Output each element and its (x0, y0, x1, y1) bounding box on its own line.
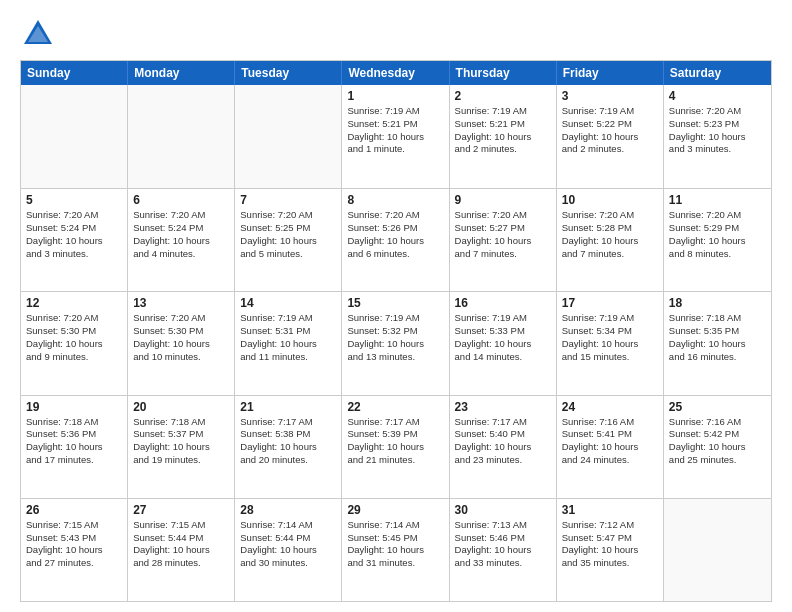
day-info-28: Sunrise: 7:14 AMSunset: 5:44 PMDaylight:… (240, 519, 336, 570)
day-info-8: Sunrise: 7:20 AMSunset: 5:26 PMDaylight:… (347, 209, 443, 260)
day-info-21: Sunrise: 7:17 AMSunset: 5:38 PMDaylight:… (240, 416, 336, 467)
day-info-23: Sunrise: 7:17 AMSunset: 5:40 PMDaylight:… (455, 416, 551, 467)
day-info-1: Sunrise: 7:19 AMSunset: 5:21 PMDaylight:… (347, 105, 443, 156)
day-cell-26: 26Sunrise: 7:15 AMSunset: 5:43 PMDayligh… (21, 499, 128, 601)
day-number-17: 17 (562, 296, 658, 310)
header-day-sunday: Sunday (21, 61, 128, 85)
day-number-10: 10 (562, 193, 658, 207)
header-day-monday: Monday (128, 61, 235, 85)
empty-cell-0-1 (128, 85, 235, 188)
day-info-26: Sunrise: 7:15 AMSunset: 5:43 PMDaylight:… (26, 519, 122, 570)
day-info-11: Sunrise: 7:20 AMSunset: 5:29 PMDaylight:… (669, 209, 766, 260)
day-cell-10: 10Sunrise: 7:20 AMSunset: 5:28 PMDayligh… (557, 189, 664, 291)
day-info-16: Sunrise: 7:19 AMSunset: 5:33 PMDaylight:… (455, 312, 551, 363)
calendar-body: 1Sunrise: 7:19 AMSunset: 5:21 PMDaylight… (21, 85, 771, 601)
calendar-header: SundayMondayTuesdayWednesdayThursdayFrid… (21, 61, 771, 85)
day-info-9: Sunrise: 7:20 AMSunset: 5:27 PMDaylight:… (455, 209, 551, 260)
day-cell-22: 22Sunrise: 7:17 AMSunset: 5:39 PMDayligh… (342, 396, 449, 498)
day-cell-15: 15Sunrise: 7:19 AMSunset: 5:32 PMDayligh… (342, 292, 449, 394)
day-number-8: 8 (347, 193, 443, 207)
day-number-16: 16 (455, 296, 551, 310)
day-number-11: 11 (669, 193, 766, 207)
day-number-6: 6 (133, 193, 229, 207)
day-number-24: 24 (562, 400, 658, 414)
day-cell-4: 4Sunrise: 7:20 AMSunset: 5:23 PMDaylight… (664, 85, 771, 188)
day-number-14: 14 (240, 296, 336, 310)
day-cell-12: 12Sunrise: 7:20 AMSunset: 5:30 PMDayligh… (21, 292, 128, 394)
day-number-27: 27 (133, 503, 229, 517)
day-number-21: 21 (240, 400, 336, 414)
week-row-5: 26Sunrise: 7:15 AMSunset: 5:43 PMDayligh… (21, 498, 771, 601)
day-cell-2: 2Sunrise: 7:19 AMSunset: 5:21 PMDaylight… (450, 85, 557, 188)
day-info-3: Sunrise: 7:19 AMSunset: 5:22 PMDaylight:… (562, 105, 658, 156)
day-cell-27: 27Sunrise: 7:15 AMSunset: 5:44 PMDayligh… (128, 499, 235, 601)
day-number-28: 28 (240, 503, 336, 517)
day-info-27: Sunrise: 7:15 AMSunset: 5:44 PMDaylight:… (133, 519, 229, 570)
day-cell-28: 28Sunrise: 7:14 AMSunset: 5:44 PMDayligh… (235, 499, 342, 601)
day-cell-20: 20Sunrise: 7:18 AMSunset: 5:37 PMDayligh… (128, 396, 235, 498)
day-cell-14: 14Sunrise: 7:19 AMSunset: 5:31 PMDayligh… (235, 292, 342, 394)
day-info-30: Sunrise: 7:13 AMSunset: 5:46 PMDaylight:… (455, 519, 551, 570)
day-cell-11: 11Sunrise: 7:20 AMSunset: 5:29 PMDayligh… (664, 189, 771, 291)
day-cell-30: 30Sunrise: 7:13 AMSunset: 5:46 PMDayligh… (450, 499, 557, 601)
header-day-wednesday: Wednesday (342, 61, 449, 85)
day-info-25: Sunrise: 7:16 AMSunset: 5:42 PMDaylight:… (669, 416, 766, 467)
day-number-2: 2 (455, 89, 551, 103)
day-cell-23: 23Sunrise: 7:17 AMSunset: 5:40 PMDayligh… (450, 396, 557, 498)
empty-cell-0-0 (21, 85, 128, 188)
header-day-saturday: Saturday (664, 61, 771, 85)
day-cell-31: 31Sunrise: 7:12 AMSunset: 5:47 PMDayligh… (557, 499, 664, 601)
day-info-24: Sunrise: 7:16 AMSunset: 5:41 PMDaylight:… (562, 416, 658, 467)
day-info-29: Sunrise: 7:14 AMSunset: 5:45 PMDaylight:… (347, 519, 443, 570)
day-cell-3: 3Sunrise: 7:19 AMSunset: 5:22 PMDaylight… (557, 85, 664, 188)
week-row-4: 19Sunrise: 7:18 AMSunset: 5:36 PMDayligh… (21, 395, 771, 498)
day-number-5: 5 (26, 193, 122, 207)
day-cell-5: 5Sunrise: 7:20 AMSunset: 5:24 PMDaylight… (21, 189, 128, 291)
week-row-3: 12Sunrise: 7:20 AMSunset: 5:30 PMDayligh… (21, 291, 771, 394)
empty-cell-4-6 (664, 499, 771, 601)
day-number-30: 30 (455, 503, 551, 517)
day-info-22: Sunrise: 7:17 AMSunset: 5:39 PMDaylight:… (347, 416, 443, 467)
day-info-15: Sunrise: 7:19 AMSunset: 5:32 PMDaylight:… (347, 312, 443, 363)
logo-icon (20, 16, 56, 52)
day-number-3: 3 (562, 89, 658, 103)
day-info-6: Sunrise: 7:20 AMSunset: 5:24 PMDaylight:… (133, 209, 229, 260)
day-info-4: Sunrise: 7:20 AMSunset: 5:23 PMDaylight:… (669, 105, 766, 156)
day-cell-1: 1Sunrise: 7:19 AMSunset: 5:21 PMDaylight… (342, 85, 449, 188)
day-info-31: Sunrise: 7:12 AMSunset: 5:47 PMDaylight:… (562, 519, 658, 570)
day-info-2: Sunrise: 7:19 AMSunset: 5:21 PMDaylight:… (455, 105, 551, 156)
day-cell-17: 17Sunrise: 7:19 AMSunset: 5:34 PMDayligh… (557, 292, 664, 394)
day-number-4: 4 (669, 89, 766, 103)
day-cell-6: 6Sunrise: 7:20 AMSunset: 5:24 PMDaylight… (128, 189, 235, 291)
day-cell-7: 7Sunrise: 7:20 AMSunset: 5:25 PMDaylight… (235, 189, 342, 291)
day-number-19: 19 (26, 400, 122, 414)
logo (20, 16, 62, 52)
header-day-tuesday: Tuesday (235, 61, 342, 85)
day-number-9: 9 (455, 193, 551, 207)
day-number-31: 31 (562, 503, 658, 517)
day-cell-18: 18Sunrise: 7:18 AMSunset: 5:35 PMDayligh… (664, 292, 771, 394)
week-row-2: 5Sunrise: 7:20 AMSunset: 5:24 PMDaylight… (21, 188, 771, 291)
day-number-20: 20 (133, 400, 229, 414)
day-info-5: Sunrise: 7:20 AMSunset: 5:24 PMDaylight:… (26, 209, 122, 260)
day-number-23: 23 (455, 400, 551, 414)
day-info-20: Sunrise: 7:18 AMSunset: 5:37 PMDaylight:… (133, 416, 229, 467)
day-number-12: 12 (26, 296, 122, 310)
week-row-1: 1Sunrise: 7:19 AMSunset: 5:21 PMDaylight… (21, 85, 771, 188)
day-number-15: 15 (347, 296, 443, 310)
day-info-19: Sunrise: 7:18 AMSunset: 5:36 PMDaylight:… (26, 416, 122, 467)
calendar: SundayMondayTuesdayWednesdayThursdayFrid… (20, 60, 772, 602)
day-info-13: Sunrise: 7:20 AMSunset: 5:30 PMDaylight:… (133, 312, 229, 363)
day-cell-21: 21Sunrise: 7:17 AMSunset: 5:38 PMDayligh… (235, 396, 342, 498)
day-number-25: 25 (669, 400, 766, 414)
day-cell-29: 29Sunrise: 7:14 AMSunset: 5:45 PMDayligh… (342, 499, 449, 601)
day-cell-25: 25Sunrise: 7:16 AMSunset: 5:42 PMDayligh… (664, 396, 771, 498)
day-cell-8: 8Sunrise: 7:20 AMSunset: 5:26 PMDaylight… (342, 189, 449, 291)
header-day-thursday: Thursday (450, 61, 557, 85)
day-cell-16: 16Sunrise: 7:19 AMSunset: 5:33 PMDayligh… (450, 292, 557, 394)
day-number-29: 29 (347, 503, 443, 517)
day-info-14: Sunrise: 7:19 AMSunset: 5:31 PMDaylight:… (240, 312, 336, 363)
top-header (20, 16, 772, 52)
day-info-12: Sunrise: 7:20 AMSunset: 5:30 PMDaylight:… (26, 312, 122, 363)
page: SundayMondayTuesdayWednesdayThursdayFrid… (0, 0, 792, 612)
